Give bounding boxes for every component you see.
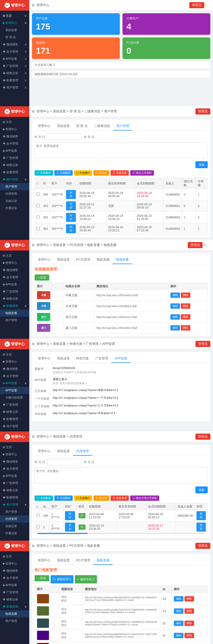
menu-toggle-6[interactable]: ≡ [32,544,34,548]
tab-admin-center-6[interactable]: 管理中心 [35,557,54,565]
movie-delete-btn[interactable]: 删除 [185,608,194,614]
s5-user-list[interactable]: 用户管理 [0,508,29,515]
sidebar2-sales[interactable]: ◈ 销售记录 [0,162,29,169]
s5-ad[interactable]: ◈ 广告管理 [0,480,29,487]
user-search-btn[interactable]: 搜索 [195,161,208,168]
agent-search-textarea[interactable] [35,468,208,484]
sidebar-item-admin-center[interactable]: ■ 管理中心∧ [0,19,29,27]
s4-app[interactable]: ◈ APP设置∧ [0,380,29,387]
channel-edit-btn[interactable]: 编辑 [170,325,180,331]
tab-app-settings-4[interactable]: APP设置 [111,355,130,363]
tab-system-settings-6[interactable]: 系统设置 [54,557,73,565]
btn-introduce[interactable]: ◎ 推介绍 [93,170,109,176]
s4-user-mgmt[interactable]: ◈ 用户管理 [0,423,29,430]
s3-sales[interactable]: ◈ 销售记录 [0,295,29,302]
s4-sales[interactable]: ◈ 销售记录 [0,408,29,416]
menu-toggle-2[interactable]: ≡ [32,109,34,114]
tv-add-btn[interactable]: + 添加 [35,274,49,281]
s6-admin-center[interactable]: ■ 管理中心 [0,560,29,567]
s3-tv-live[interactable]: 电视直播 [0,310,29,317]
s5-card[interactable]: ◈ 会卡管理 [0,465,29,472]
tab-system-settings-2[interactable]: 系统设置 [54,122,73,130]
channel-delete-btn[interactable]: 删除 [181,293,190,298]
s5-wechat[interactable]: ◈ 微信销售 [0,458,29,465]
agent-search-btn[interactable]: 搜索 [195,486,208,493]
sidebar2-film[interactable]: ◈ 影视管理 [0,169,29,176]
sidebar2-app[interactable]: ◈ APP设置 [0,147,29,154]
movie-delete-btn[interactable]: 删除 [185,621,194,626]
s3-app[interactable]: ◈ APP设置 [0,281,29,288]
movie-edit-btn[interactable]: 编辑 [174,596,183,601]
sidebar-item-manager[interactable]: 管 理 员 [0,34,29,41]
row-checkbox[interactable] [36,204,40,207]
tab-system-settings-5[interactable]: 系统设置 [54,447,73,456]
sidebar2-ad[interactable]: ◈ 广告管理 [0,154,29,162]
sidebar2-recharge[interactable]: 充值记录 [0,197,29,205]
s5-recharge[interactable]: 充值记录 [0,523,29,530]
channel-edit-btn[interactable]: 编辑 [170,314,180,320]
s6-home[interactable]: ⊞ 主页 [0,553,29,560]
s6-ad[interactable]: ◈ 广告管理 [0,589,29,596]
sidebar-item-ad-mgmt[interactable]: ◈ 广告管理∨ [0,62,29,70]
sidebar2-admin-center[interactable]: ■ 管理中心 [0,126,29,133]
movies-sort-btn[interactable]: ◎ 调整排序◎ [51,575,73,583]
agent-manage-btn[interactable]: 管理 [196,523,206,532]
s6-film-live[interactable]: 电视直播 [0,610,29,617]
agent-btn-company-data[interactable]: ◎ 领合代理公司资料 [130,495,159,501]
sidebar2-home[interactable]: ⊞ 主页 [0,118,29,126]
sidebar2-wechat[interactable]: ◈ 微信销售 [0,133,29,140]
user-edit-btn[interactable]: 好 好 [66,224,76,233]
tab-clock-sign-4[interactable]: 钟表代签 [73,355,92,363]
tab-manager-2[interactable]: 管 理 员 [73,122,91,130]
s4-card[interactable]: ◈ 会卡管理 [0,372,29,380]
menu-toggle-icon[interactable]: ≡ [32,3,34,8]
s4-admin-center[interactable]: ■ 管理中心 [0,358,29,365]
tab-agent-mgmt-5[interactable]: 代理管理 [73,447,92,456]
row-checkbox[interactable] [36,215,40,219]
movie-delete-btn[interactable]: 删除 [185,633,194,638]
tab-admin-center-5[interactable]: 管理中心 [35,447,54,456]
sidebar-item-system-settings[interactable]: 系统设置 [0,27,29,34]
s4-ad[interactable]: ◈ 广告管理 [0,401,29,408]
admin-btn-1[interactable]: 管理员 [189,2,204,8]
tab-admin-center-3[interactable]: 管理中心 [35,256,54,264]
movies-rank-btn[interactable]: ✓ 修改排名◎ [75,575,97,583]
sidebar2-card[interactable]: ◈ 会卡管理 [0,140,29,147]
s4-home[interactable]: ⊞ 主页 [0,351,29,358]
menu-toggle-5[interactable]: ≡ [32,434,34,439]
admin-btn-5[interactable]: 管理员 [195,434,210,440]
user-edit-btn[interactable]: 好 好 [66,190,76,199]
s3-card[interactable]: ◈ 会卡管理 [0,274,29,281]
s5-film[interactable]: ◈ 影视管理 [0,494,29,501]
s4-film[interactable]: ◈ 影视管理 [0,416,29,423]
s3-admin-center[interactable]: ■ 管理中心 [0,259,29,266]
sidebar-item-user-mgmt[interactable]: ◈ 用户管理∨ [0,84,29,91]
admin-btn-3[interactable]: 管理员 [188,242,203,248]
channel-edit-btn[interactable]: 编辑 [170,293,180,298]
s3-home[interactable]: ⊞ 主页 [0,252,29,259]
agent-btn-close[interactable]: ◎ 充值关闭 [110,495,129,501]
tab-film-live-6[interactable]: 电影直播 [93,557,113,565]
row-checkbox[interactable] [36,193,40,196]
movie-edit-btn[interactable]: 编辑 [174,621,183,626]
s5-app[interactable]: ◈ APP设置 [0,472,29,480]
admin-btn-4[interactable]: 管理员 [195,341,210,347]
s6-app[interactable]: ◈ APP设置 [0,582,29,589]
btn-recharge-close[interactable]: ◎ 充值关闭 [110,170,129,176]
s5-open-record[interactable]: 开通记录 [0,530,29,537]
tab-tv-live-3[interactable]: 电视直播 [113,256,132,264]
s4-app-settings[interactable]: APP设置 [0,387,29,394]
s3-ad[interactable]: ◈ 广告管理 [0,288,29,295]
tab-system-settings-4[interactable]: 系统设置 [54,355,73,363]
movies-add-btn[interactable]: + 添加 [35,575,49,581]
btn-company-data[interactable]: ◎ 领合公司资料 [130,170,154,176]
sidebar-item-film-mgmt[interactable]: ◈ 影视管理∨ [0,77,29,84]
tab-pc-agent-3[interactable]: PC代管理 [73,256,93,264]
btn-recharge-double-2[interactable]: ◎ 充值翻倍 [54,170,73,176]
menu-toggle-4[interactable]: ≡ [32,342,34,346]
row-checkbox-a2[interactable] [36,525,40,528]
movie-delete-btn[interactable]: 删除 [185,596,194,601]
row-checkbox[interactable] [36,227,40,230]
btn-recharge-double-1[interactable]: ◎ 充值翻倍 [35,170,53,176]
sidebar-item-wechat-sales[interactable]: ◈ 微信销售∨ [0,41,29,48]
